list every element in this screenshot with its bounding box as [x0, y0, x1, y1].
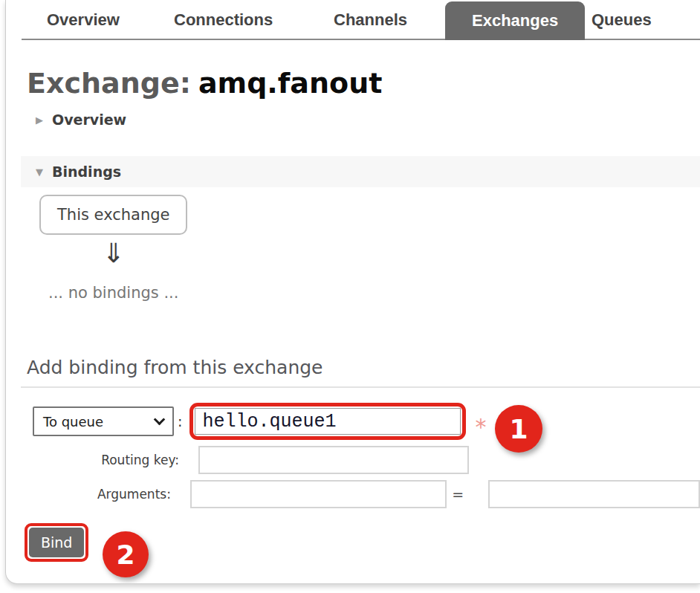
equals-sign: = [452, 486, 464, 502]
destination-type-value: To queue [43, 414, 103, 430]
chevron-down-icon [154, 413, 166, 425]
destination-row: To queue : * [27, 403, 700, 440]
section-overview-label: Overview [52, 111, 126, 128]
routing-key-label: Routing key: [27, 453, 179, 467]
tab-connections[interactable]: Connections [174, 0, 273, 40]
required-asterisk: * [475, 414, 486, 440]
annotation-highlight-box [189, 403, 466, 440]
routing-key-input[interactable] [198, 446, 469, 474]
section-bindings-toggle[interactable]: ▼ Bindings [21, 156, 700, 187]
routing-key-row: Routing key: [27, 446, 700, 474]
triangle-right-icon: ▶ [36, 115, 43, 125]
section-overview-toggle[interactable]: ▶ Overview [36, 110, 700, 129]
annotation-step-2-badge: 2 [103, 531, 149, 577]
main-content: Exchange:amq.fanout ▶ Overview ▼ Binding… [6, 40, 700, 562]
this-exchange-node: This exchange [39, 195, 187, 235]
tab-exchanges-active[interactable]: Exchanges [445, 1, 585, 40]
page-title: Exchange:amq.fanout [27, 67, 700, 100]
tab-channels[interactable]: Channels [334, 0, 407, 40]
bindings-diagram: This exchange ⇓ ... no bindings ... [39, 195, 187, 302]
triangle-down-icon: ▼ [36, 167, 43, 177]
page-title-prefix: Exchange: [27, 67, 191, 100]
annotation-highlight-bind: Bind [25, 523, 88, 562]
rabbitmq-exchange-page: Overview Connections Channels Exchanges … [0, 0, 700, 593]
no-bindings-text: ... no bindings ... [48, 284, 178, 302]
argument-key-input[interactable] [190, 480, 447, 508]
separator-colon: : [178, 413, 182, 430]
annotation-step-1-badge: 1 [495, 405, 542, 453]
top-tab-bar: Overview Connections Channels Exchanges … [6, 0, 700, 40]
exchange-name: amq.fanout [198, 67, 382, 100]
argument-value-input[interactable] [488, 480, 700, 508]
section-bindings-label: Bindings [52, 163, 121, 180]
double-arrow-down-icon: ⇓ [103, 238, 125, 269]
arguments-label: Arguments: [27, 487, 171, 502]
add-binding-header: Add binding from this exchange [21, 357, 700, 388]
tab-overview[interactable]: Overview [47, 0, 120, 40]
destination-type-select[interactable]: To queue [33, 406, 174, 436]
arguments-row: Arguments: = [27, 480, 700, 508]
content-panel: Overview Connections Channels Exchanges … [5, 0, 700, 584]
tab-queues[interactable]: Queues [592, 0, 652, 40]
destination-queue-input[interactable] [195, 408, 461, 435]
bind-button[interactable]: Bind [29, 528, 84, 557]
